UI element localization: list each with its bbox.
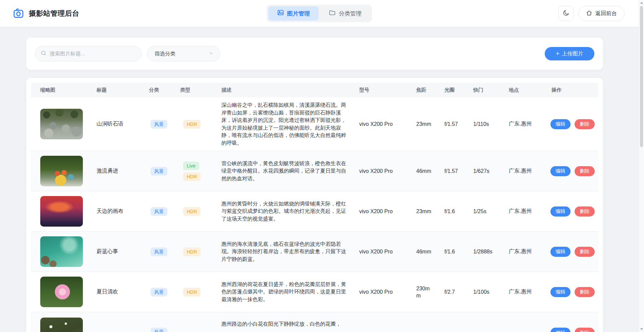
tab-label: 图片管理: [287, 10, 310, 17]
photo-description: 惠州西湖的荷花在夏日盛开，粉色的花瓣层层舒展，黄色的莲蓬点缀其中。碧绿的荷叶环绕…: [216, 272, 354, 312]
back-button-label: 返回前台: [595, 10, 617, 17]
camera-model: vivo X200 Pro: [354, 151, 415, 191]
type-cell: HDR: [178, 232, 216, 272]
scroll-down-arrow[interactable]: [639, 326, 644, 332]
type-cell: HDR: [178, 312, 216, 332]
edit-button[interactable]: 编辑: [550, 328, 571, 332]
photo-title: 激流勇进: [95, 151, 147, 191]
brand: 摄影站管理后台: [13, 8, 79, 19]
focal-length: 46mm: [415, 151, 443, 191]
category-cell: 风景: [147, 272, 178, 312]
home-icon: [586, 10, 592, 17]
tab-category-management[interactable]: 分类管理: [320, 6, 370, 20]
camera-model: vivo X200 Pro: [354, 97, 415, 151]
delete-button[interactable]: 删除: [575, 119, 595, 129]
location: 广东.惠州: [507, 151, 550, 191]
photo-title: 蔚蓝心事: [95, 232, 147, 272]
column-header: 型号: [354, 83, 415, 97]
type-badge: HDR: [183, 247, 201, 256]
image-icon: [277, 9, 284, 18]
actions-cell: 编辑删除: [550, 272, 598, 312]
category-cell: 风景: [147, 97, 178, 151]
delete-button[interactable]: 删除: [575, 206, 595, 217]
type-badge: HDR: [183, 172, 201, 181]
location: 广东.惠州: [507, 97, 550, 151]
upload-button[interactable]: + 上传图片: [545, 47, 594, 60]
photo-thumbnail[interactable]: [40, 109, 83, 139]
delete-button[interactable]: 删除: [575, 287, 595, 297]
edit-button[interactable]: 编辑: [550, 166, 571, 176]
filter-select-value: 筛选分类: [155, 50, 175, 57]
edit-button[interactable]: 编辑: [550, 287, 571, 297]
focal-length: 23mm: [415, 97, 443, 151]
images-table: 缩略图标题分类类型描述型号焦距光圈快门地点操作 山涧听石语风景HDR深山幽谷之中…: [26, 78, 603, 332]
table-row: 激流勇进风景LiveHDR雷公峡的溪流中，黄色皮划艇劈波斩浪，橙色救生衣在绿意中…: [31, 151, 598, 191]
delete-button[interactable]: 删除: [575, 328, 595, 332]
dark-mode-toggle[interactable]: [558, 6, 574, 21]
location: 广东.惠州: [507, 272, 550, 312]
tab-label: 分类管理: [339, 10, 362, 17]
shutter-speed: 1/25s: [472, 191, 507, 231]
table-row: 山涧听石语风景HDR深山幽谷之中，乱石横陈如棋局，清溪潺潺绕石流。两岸青山如屏，…: [31, 97, 598, 151]
main-content: 筛选分类 + 上传图片 缩略图标题分类类型描述型号焦距光圈快门地点操作 山涧听石…: [26, 38, 603, 332]
actions-cell: 编辑删除: [550, 312, 598, 332]
photo-thumbnail[interactable]: [40, 318, 83, 332]
chevron-down-icon: [209, 51, 214, 57]
photo-thumbnail[interactable]: [40, 236, 83, 267]
photo-description: 深山幽谷之中，乱石横陈如棋局，清溪潺潺绕石流。两岸青山如屏，云雾缭绕山巅，苔痕斑…: [216, 97, 354, 151]
photo-thumbnail[interactable]: [40, 196, 83, 227]
aperture: f/1.57: [443, 151, 472, 191]
plus-icon: +: [556, 50, 559, 57]
delete-button[interactable]: 删除: [575, 166, 595, 176]
column-header: 快门: [472, 83, 507, 97]
app-title: 摄影站管理后台: [29, 9, 79, 18]
category-filter-select[interactable]: 筛选分类: [147, 46, 220, 61]
photo-description: 惠州路边的小白花在阳光下静静绽放，白色的花瓣，: [216, 312, 354, 332]
edit-button[interactable]: 编辑: [550, 247, 571, 257]
photo-description: 雷公峡的溪流中，黄色皮划艇劈波斩浪，橙色救生衣在绿意中格外醒目。水花四溅的瞬间，…: [216, 151, 354, 191]
photo-title: 夏日清欢: [95, 272, 147, 312]
search-box[interactable]: [35, 46, 142, 61]
scrollbar-thumb[interactable]: [640, 6, 643, 147]
table-row: 蔚蓝心事风景HDR惠州的海水清澈见底，礁石在蓝绿色的波光中若隐若现。海浪轻轻拍打…: [31, 232, 598, 272]
delete-button[interactable]: 删除: [575, 247, 595, 257]
search-input[interactable]: [50, 51, 136, 57]
column-header: 类型: [178, 83, 216, 97]
column-header: 描述: [216, 83, 354, 97]
category-cell: 风景: [147, 191, 178, 231]
shutter-speed: 1/110s: [472, 97, 507, 151]
category-cell: 风景: [147, 232, 178, 272]
camera-model: vivo X200 Pro: [354, 272, 415, 312]
edit-button[interactable]: 编辑: [550, 119, 571, 129]
category-cell: 风景: [147, 312, 178, 332]
table-row: 天边的画布风景HDR惠州的黄昏时分，火烧云如燃烧的绸缎铺满天际，橙红与紫蓝交织成…: [31, 191, 598, 232]
vertical-scrollbar[interactable]: [639, 0, 644, 332]
focal-length-value: 23mm: [416, 208, 431, 215]
column-header: 地点: [507, 83, 550, 97]
shutter-speed: [472, 312, 507, 332]
top-header: 摄影站管理后台 图片管理 分类管理: [0, 0, 644, 27]
edit-button[interactable]: 编辑: [550, 206, 571, 217]
category-badge: 风景: [151, 328, 167, 332]
photo-thumbnail[interactable]: [40, 156, 83, 186]
photo-title: 天边的画布: [95, 191, 147, 231]
thumbnail-cell: [31, 191, 95, 231]
aperture: [443, 312, 472, 332]
back-to-front-button[interactable]: 返回前台: [578, 6, 625, 21]
type-badge: HDR: [183, 120, 201, 129]
photo-title: [95, 312, 147, 332]
tab-image-management[interactable]: 图片管理: [268, 6, 319, 20]
aperture: f/1.57: [443, 97, 472, 151]
column-header: 分类: [147, 83, 178, 97]
category-badge: 风景: [151, 207, 167, 216]
photo-thumbnail[interactable]: [40, 277, 83, 307]
shutter-speed: 1/627s: [472, 151, 507, 191]
filter-toolbar: 筛选分类 + 上传图片: [26, 38, 603, 70]
scroll-up-arrow[interactable]: [639, 0, 644, 6]
focal-length: [415, 312, 443, 332]
photo-title: 山涧听石语: [95, 97, 147, 151]
aperture: f/1.6: [443, 232, 472, 272]
table-body: 山涧听石语风景HDR深山幽谷之中，乱石横陈如棋局，清溪潺潺绕石流。两岸青山如屏，…: [31, 97, 598, 332]
thumbnail-cell: [31, 151, 95, 191]
category-badge: 风景: [151, 288, 167, 296]
